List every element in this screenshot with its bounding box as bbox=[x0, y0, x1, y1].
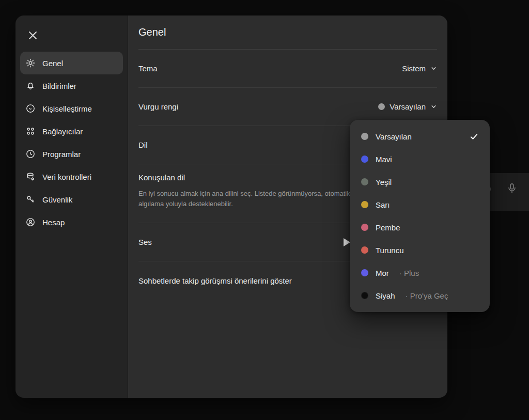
panel-header: Genel bbox=[138, 15, 437, 50]
settings-sidebar: Genel Bildirimler Kişise bbox=[15, 15, 128, 398]
spoken-language-description: En iyi sonucu almak için ana dilini seç.… bbox=[138, 189, 371, 209]
menu-item-label: Siyah bbox=[376, 291, 395, 300]
menu-item-suffix: · Pro'ya Geç bbox=[406, 291, 448, 300]
menu-item-yesil[interactable]: Yeşil bbox=[350, 170, 490, 193]
color-swatch bbox=[361, 155, 368, 163]
menu-item-sari[interactable]: Sarı bbox=[350, 193, 490, 216]
sidebar-item-genel[interactable]: Genel bbox=[20, 52, 123, 74]
color-swatch bbox=[361, 133, 368, 140]
sidebar-item-kisisellestirme[interactable]: Kişiselleştirme bbox=[20, 97, 123, 120]
microphone-icon[interactable] bbox=[506, 182, 518, 196]
chevron-down-icon bbox=[430, 65, 437, 72]
menu-item-pembe[interactable]: Pembe bbox=[350, 216, 490, 239]
color-swatch bbox=[361, 224, 368, 231]
theme-dropdown[interactable]: Sistem bbox=[402, 64, 437, 73]
close-button[interactable] bbox=[26, 28, 39, 42]
language-label: Dil bbox=[138, 141, 148, 149]
sidebar-item-label: Kişiselleştirme bbox=[42, 104, 92, 113]
check-icon bbox=[470, 132, 478, 141]
sidebar-item-guvenlik[interactable]: Güvenlik bbox=[20, 188, 123, 211]
close-icon bbox=[28, 31, 37, 40]
sidebar-item-veri-kontrolleri[interactable]: Veri kontrolleri bbox=[20, 165, 123, 188]
accent-color-menu: Varsayılan Mavi Yeşil Sarı Pembe Turuncu… bbox=[350, 120, 490, 312]
menu-item-label: Sarı bbox=[376, 200, 390, 209]
sidebar-item-baglayicilar[interactable]: Bağlayıcılar bbox=[20, 120, 123, 143]
key-icon bbox=[25, 194, 36, 205]
page-title: Genel bbox=[138, 26, 166, 38]
color-swatch bbox=[361, 292, 368, 299]
color-swatch bbox=[361, 246, 368, 254]
spoken-language-label: Konuşulan dil bbox=[138, 173, 185, 182]
sidebar-item-programlar[interactable]: Programlar bbox=[20, 143, 123, 165]
accent-color-dot bbox=[378, 103, 385, 110]
sidebar-item-label: Bağlayıcılar bbox=[42, 127, 83, 136]
gear-icon bbox=[25, 58, 36, 68]
menu-item-turuncu[interactable]: Turuncu bbox=[350, 239, 490, 261]
connectors-icon bbox=[25, 126, 36, 136]
menu-item-varsayilan[interactable]: Varsayılan bbox=[350, 125, 490, 148]
menu-item-label: Mavi bbox=[376, 155, 392, 164]
menu-item-mor[interactable]: Mor · Plus bbox=[350, 261, 490, 284]
menu-item-siyah[interactable]: Siyah · Pro'ya Geç bbox=[350, 284, 490, 307]
theme-label: Tema bbox=[138, 64, 158, 73]
sidebar-item-label: Bildirimler bbox=[42, 82, 76, 90]
sidebar-item-label: Hesap bbox=[42, 218, 65, 227]
bell-icon bbox=[25, 81, 36, 91]
sidebar-item-label: Veri kontrolleri bbox=[42, 173, 91, 181]
theme-value: Sistem bbox=[402, 64, 426, 73]
sidebar-item-label: Güvenlik bbox=[42, 195, 72, 204]
accent-color-label: Vurgu rengi bbox=[138, 102, 178, 111]
color-swatch bbox=[361, 201, 368, 208]
sidebar-item-label: Programlar bbox=[42, 150, 81, 159]
menu-item-mavi[interactable]: Mavi bbox=[350, 148, 490, 170]
accent-color-value: Varsayılan bbox=[390, 102, 426, 111]
personalization-icon bbox=[25, 103, 36, 114]
sidebar-nav: Genel Bildirimler Kişise bbox=[20, 52, 123, 234]
color-swatch bbox=[361, 269, 368, 276]
row-theme: Tema Sistem bbox=[138, 50, 437, 88]
color-swatch bbox=[361, 178, 368, 185]
accent-color-dropdown[interactable]: Varsayılan bbox=[378, 102, 437, 111]
menu-item-label: Pembe bbox=[376, 223, 400, 232]
sidebar-item-hesap[interactable]: Hesap bbox=[20, 211, 123, 234]
menu-item-suffix: · Plus bbox=[399, 269, 419, 277]
database-gear-icon bbox=[25, 172, 36, 182]
clock-icon bbox=[25, 149, 36, 159]
menu-item-label: Mor bbox=[376, 269, 389, 277]
menu-item-label: Yeşil bbox=[376, 178, 392, 186]
menu-item-label: Turuncu bbox=[376, 246, 403, 255]
sidebar-item-bildirimler[interactable]: Bildirimler bbox=[20, 74, 123, 97]
sidebar-item-label: Genel bbox=[42, 59, 63, 68]
account-icon bbox=[25, 217, 36, 227]
followup-suggestions-label: Sohbetlerde takip görüşmsi önerilerini g… bbox=[138, 276, 292, 285]
menu-item-label: Varsayılan bbox=[376, 132, 412, 141]
chevron-down-icon bbox=[430, 103, 437, 110]
voice-label: Ses bbox=[138, 238, 152, 246]
